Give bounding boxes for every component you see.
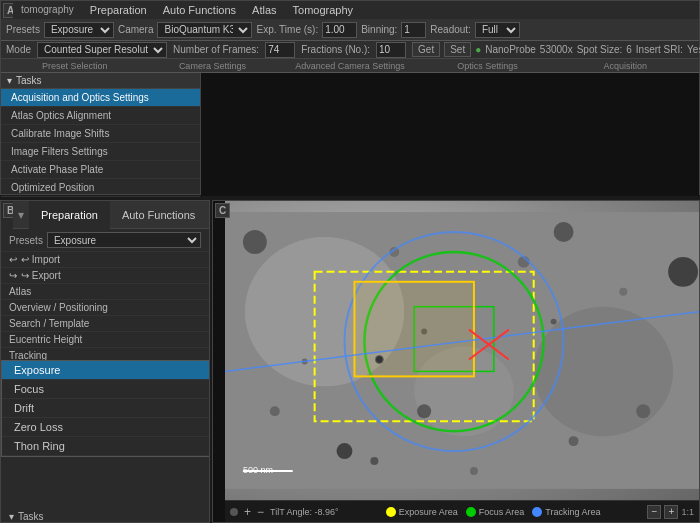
legend-tracking-label: Tracking Area (545, 507, 600, 517)
insert-value: Yes (687, 44, 700, 55)
b-row-import[interactable]: ↩ ↩ Import (1, 252, 209, 268)
get-label[interactable]: Get (412, 42, 440, 57)
legend-tracking: Tracking Area (532, 507, 600, 517)
menu-atlas[interactable]: Atlas (244, 1, 284, 19)
b-content: Presets Exposure ↩ ↩ Import ↪ ↪ Export A… (1, 229, 209, 522)
legend-focus-label: Focus Area (479, 507, 525, 517)
binning-label: Binning: (361, 24, 397, 35)
toolbar-row-1: Presets Exposure Camera BioQuantum K3 Ex… (1, 19, 699, 41)
svg-point-17 (554, 222, 574, 242)
dropdown-drift[interactable]: Drift (2, 399, 209, 418)
dropdown-menu: Exposure Focus Drift Zero Loss Thon Ring (1, 360, 209, 457)
zoom-controls: − + 1:1 (647, 505, 694, 519)
b-row-eucentric[interactable]: Eucentric Height (1, 332, 209, 348)
top-menu-bar: tomography Preparation Auto Functions At… (13, 1, 699, 19)
section-acquisition: Acquisition (556, 61, 694, 71)
dark-area-a (201, 73, 699, 196)
mag-value: 53000x (540, 44, 573, 55)
section-labels: Preset Selection Camera Settings Advance… (1, 59, 699, 73)
b-arrow[interactable]: ▾ (13, 208, 29, 222)
dropdown-zeroloss[interactable]: Zero Loss (2, 418, 209, 437)
menu-auto-functions[interactable]: Auto Functions (155, 1, 244, 19)
legend-dot-focus (466, 507, 476, 517)
svg-point-5 (370, 457, 378, 465)
overlay-svg (225, 201, 699, 500)
presets-select-b[interactable]: Exposure (47, 232, 201, 248)
import-icon: ↩ (9, 254, 17, 265)
readout-label: Readout: (430, 24, 471, 35)
svg-point-16 (337, 443, 353, 459)
frames-input[interactable] (265, 42, 295, 58)
menu-tomography-main[interactable]: Tomography (285, 1, 362, 19)
set-label[interactable]: Set (444, 42, 471, 57)
insert-label: Insert SRI: (636, 44, 683, 55)
presets-label: Presets (6, 24, 40, 35)
nav-dot[interactable] (230, 508, 238, 516)
task-image-filters[interactable]: Image Filters Settings (1, 143, 200, 161)
presets-select[interactable]: Exposure (44, 22, 114, 38)
task-calibrate[interactable]: Calibrate Image Shifts (1, 125, 200, 143)
minus-icon[interactable]: − (257, 505, 264, 519)
legend-focus: Focus Area (466, 507, 525, 517)
scale-bar: 500 nm (243, 465, 273, 475)
fractions-label: Fractions (No.): (301, 44, 370, 55)
menu-tomography[interactable]: tomography (13, 1, 82, 19)
b-row-search[interactable]: Search / Template (1, 316, 209, 332)
nanoprobe-label: NanoProbe (485, 44, 536, 55)
menu-preparation[interactable]: Preparation (82, 1, 155, 19)
tasks-section-b[interactable]: ▾ Tasks (1, 509, 209, 522)
zoom-in-button[interactable]: − (647, 505, 661, 519)
panel-b: B ▾ Preparation Auto Functions Presets E… (0, 200, 210, 523)
tasks-chevron-b: ▾ (9, 511, 14, 522)
tasks-header-a: ▾ Tasks (1, 73, 200, 89)
svg-point-15 (243, 230, 267, 254)
svg-rect-24 (354, 282, 473, 377)
export-icon: ↪ (9, 270, 17, 281)
panel-c-label: C (215, 203, 230, 218)
mode-select[interactable]: Counted Super Resolution (37, 42, 167, 58)
spot-value: 6 (626, 44, 632, 55)
section-advanced: Advanced Camera Settings (281, 61, 419, 71)
exptime-input[interactable] (322, 22, 357, 38)
tasks-label-a: Tasks (16, 75, 42, 86)
svg-point-18 (668, 257, 698, 287)
camera-label: Camera (118, 24, 154, 35)
dropdown-focus[interactable]: Focus (2, 380, 209, 399)
b-row-overview[interactable]: Overview / Positioning (1, 300, 209, 316)
task-activate-phase[interactable]: Activate Phase Plate (1, 161, 200, 179)
tab-preparation[interactable]: Preparation (29, 201, 110, 229)
mode-label: Mode (6, 44, 31, 55)
svg-point-12 (470, 467, 478, 475)
camera-select[interactable]: BioQuantum K3 (157, 22, 252, 38)
section-preset: Preset Selection (6, 61, 144, 71)
task-atlas-optics[interactable]: Atlas Optics Alignment (1, 107, 200, 125)
dropdown-thonring[interactable]: Thon Ring (2, 437, 209, 456)
nanoprobe-indicator: ● (475, 44, 481, 55)
binning-input[interactable] (401, 22, 426, 38)
toolbar-row-2: Mode Counted Super Resolution Number of … (1, 41, 699, 59)
tilt-angle: TilT Angle: -8.96° (270, 507, 339, 517)
tab-auto-functions[interactable]: Auto Functions (110, 201, 207, 229)
presets-label-b: Presets (9, 235, 43, 246)
svg-point-19 (417, 404, 431, 418)
readout-select[interactable]: Full (475, 22, 520, 38)
frames-label: Number of Frames: (173, 44, 259, 55)
presets-row-b: Presets Exposure (1, 229, 209, 252)
zoom-out-button[interactable]: + (664, 505, 678, 519)
task-acquisition[interactable]: Acquisition and Optics Settings (1, 89, 200, 107)
plus-icon[interactable]: + (244, 505, 251, 519)
task-optimized-pos-a[interactable]: Optimized Position (1, 179, 200, 197)
dropdown-container: Atlas Overview / Positioning Search / Te… (1, 284, 209, 364)
b-row-atlas[interactable]: Atlas (1, 284, 209, 300)
b-row-export[interactable]: ↪ ↪ Export (1, 268, 209, 284)
tasks-panel-a: ▾ Tasks Acquisition and Optics Settings … (1, 73, 201, 194)
tasks-chevron-a: ▾ (7, 75, 12, 86)
svg-point-28 (375, 355, 383, 363)
panel-a: A tomography Preparation Auto Functions … (0, 0, 700, 195)
fractions-input[interactable] (376, 42, 406, 58)
bottom-bar-c: + − TilT Angle: -8.96° Exposure Area Foc… (225, 500, 699, 522)
legend-dot-exposure (386, 507, 396, 517)
dropdown-exposure[interactable]: Exposure (2, 361, 209, 380)
zoom-level: 1:1 (681, 507, 694, 517)
exptime-label: Exp. Time (s): (256, 24, 318, 35)
